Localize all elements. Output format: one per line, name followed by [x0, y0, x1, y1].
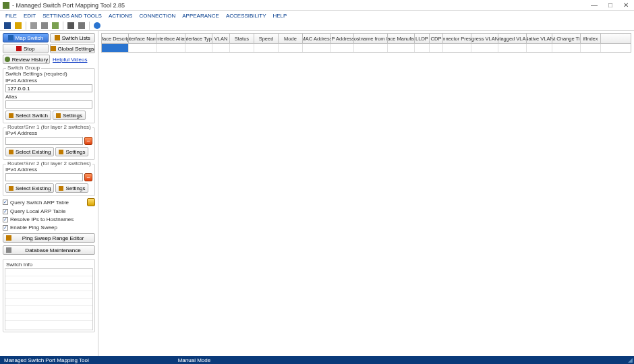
check-enable-ping-sweep[interactable]: ✓ Enable Ping Sweep [3, 224, 95, 231]
grid-cell[interactable] [498, 44, 527, 52]
grid-cell[interactable] [443, 44, 471, 52]
column-header[interactable]: Interface Type [185, 34, 212, 43]
switch-info-list[interactable] [5, 268, 93, 330]
grid-cell[interactable] [102, 44, 129, 52]
column-header[interactable]: Native VLAN [527, 34, 552, 43]
maximize-button[interactable]: □ [606, 1, 615, 9]
menu-settings-tools[interactable]: SETTINGS AND TOOLS [42, 13, 102, 19]
column-header[interactable]: onnector Prese [443, 34, 471, 43]
router1-remove-button[interactable]: − [84, 137, 92, 145]
grid-cell[interactable] [254, 44, 279, 52]
column-header[interactable]: VLAN [212, 34, 230, 43]
review-history-button[interactable]: Review History [3, 55, 50, 64]
save-icon[interactable] [4, 22, 11, 29]
grid-cell[interactable] [552, 44, 581, 52]
router1-select-existing-button[interactable]: Select Existing [5, 147, 54, 156]
menu-edit[interactable]: EDIT [24, 13, 36, 19]
print-preview-icon[interactable] [78, 22, 85, 29]
print-icon[interactable] [67, 22, 74, 29]
router2-settings-button[interactable]: Settings [55, 183, 88, 193]
select-switch-button[interactable]: Select Switch [5, 111, 51, 120]
db-maintenance-button[interactable]: Database Maintenance [3, 245, 95, 255]
grid-cell[interactable] [331, 44, 354, 52]
toolbar-sep [63, 22, 63, 30]
help-icon[interactable] [94, 22, 100, 29]
minimize-button[interactable]: — [588, 1, 600, 9]
grid-cell[interactable] [388, 44, 415, 52]
grid-cell[interactable] [471, 44, 498, 52]
check-query-switch-arp[interactable]: ✓ Query Switch ARP Table [3, 198, 95, 206]
stop-button[interactable]: Stop [3, 44, 49, 53]
menu-accessibility[interactable]: ACCESSIBILITY [226, 13, 266, 19]
router1-ipv4-input[interactable] [5, 137, 83, 145]
column-header[interactable]: Speed [254, 34, 279, 43]
router2-settings-label: Settings [65, 185, 85, 191]
column-header[interactable]: Interface Name [129, 34, 157, 43]
column-header[interactable]: CDP [430, 34, 443, 43]
router1-settings-label: Settings [65, 149, 85, 155]
switch-lists-button[interactable]: Switch Lists [50, 33, 96, 42]
column-header[interactable]: rface Manufact [388, 34, 415, 43]
column-header[interactable]: LLDP [415, 34, 430, 43]
column-header[interactable]: Interface Alias [157, 34, 185, 43]
grid-cell[interactable] [527, 44, 552, 52]
switch-ipv4-input[interactable] [5, 84, 92, 92]
main-area: Map Switch Switch Lists Stop Global Sett… [0, 31, 634, 356]
grid-header: rface DescripInterface NameInterface Ali… [102, 34, 631, 44]
paste-icon[interactable] [52, 22, 59, 29]
column-header[interactable]: Hostname from IP [354, 34, 388, 43]
grid-cell[interactable] [303, 44, 331, 52]
grid-cell[interactable] [354, 44, 388, 52]
column-header[interactable]: rface Descrip [102, 34, 129, 43]
map-switch-button[interactable]: Map Switch [3, 33, 49, 42]
grid-cell[interactable] [430, 44, 443, 52]
cut-icon[interactable] [30, 22, 37, 29]
grid-cell[interactable] [157, 44, 185, 52]
status-left: Managed Switch Port Mapping Tool [0, 357, 93, 363]
grid-cell[interactable] [279, 44, 303, 52]
menu-connection[interactable]: CONNECTION [139, 13, 175, 19]
column-header[interactable]: MAC Address [303, 34, 331, 43]
menu-file[interactable]: FILE [5, 13, 17, 19]
menu-appearance[interactable]: APPEARANCE [182, 13, 219, 19]
router1-settings-button[interactable]: Settings [55, 147, 88, 156]
grid-cell[interactable] [129, 44, 157, 52]
router2-ipv4-input[interactable] [5, 173, 83, 181]
global-settings-button[interactable]: Global Settings [50, 44, 96, 53]
router2-select-label: Select Existing [16, 185, 51, 191]
checkbox-icon: ✓ [3, 200, 8, 205]
column-header[interactable]: ifIndex [581, 34, 601, 43]
ping-sweep-editor-button[interactable]: Ping Sweep Range Editor [3, 233, 95, 243]
select-icon [9, 150, 13, 154]
select-icon [9, 186, 13, 191]
column-header[interactable]: IP Address [331, 34, 354, 43]
left-panel: Map Switch Switch Lists Stop Global Sett… [0, 31, 98, 356]
check-resolve-ips[interactable]: ✓ Resolve IPs to Hostnames [3, 216, 95, 222]
menu-actions[interactable]: ACTIONS [109, 13, 133, 19]
grid-cell[interactable] [581, 44, 601, 52]
resize-grip-icon[interactable]: ◢ [628, 357, 633, 363]
router2-remove-button[interactable]: − [84, 173, 92, 181]
grid-cell[interactable] [212, 44, 230, 52]
grid-cell[interactable] [230, 44, 254, 52]
copy-icon[interactable] [41, 22, 48, 29]
close-button[interactable]: ✕ [621, 1, 631, 9]
helpful-videos-link[interactable]: Helpful Videos [51, 57, 87, 63]
column-header[interactable]: ast Change Tim [552, 34, 581, 43]
grid-cell[interactable] [415, 44, 430, 52]
lock-icon[interactable] [87, 198, 95, 206]
column-header[interactable]: Intagged VLAN [498, 34, 527, 43]
results-grid[interactable]: rface DescripInterface NameInterface Ali… [101, 33, 631, 53]
grid-cell[interactable] [185, 44, 212, 52]
menu-help[interactable]: HELP [272, 13, 287, 19]
column-header[interactable]: Egress VLANs [471, 34, 498, 43]
check-query-local-arp[interactable]: ✓ Query Local ARP Table [3, 208, 95, 214]
switch-settings-button[interactable]: Settings [53, 111, 86, 120]
column-header[interactable]: Mode [279, 34, 303, 43]
switch-alias-input[interactable] [5, 100, 92, 109]
router2-select-existing-button[interactable]: Select Existing [5, 183, 54, 193]
ping-sweep-label: Ping Sweep Range Editor [14, 235, 92, 241]
open-icon[interactable] [15, 22, 22, 29]
column-header[interactable]: Status [230, 34, 254, 43]
menu-bar: FILE EDIT SETTINGS AND TOOLS ACTIONS CON… [0, 11, 634, 20]
